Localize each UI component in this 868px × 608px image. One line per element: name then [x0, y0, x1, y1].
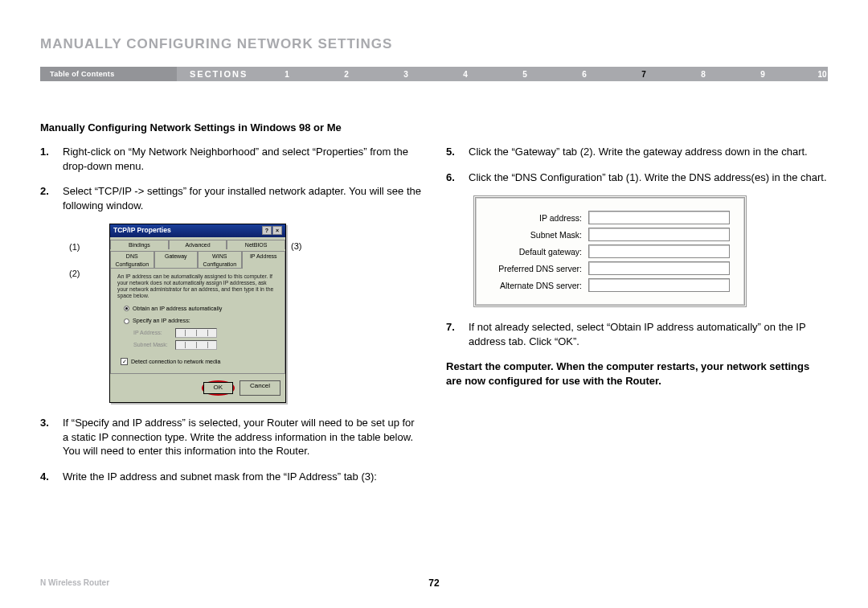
section-link-1[interactable]: 1 — [257, 70, 317, 79]
help-icon[interactable]: ? — [262, 226, 272, 235]
step-num: 2. — [40, 184, 63, 212]
restart-note: Restart the computer. When the computer … — [446, 359, 828, 388]
ip-label: IP Address: — [133, 329, 175, 336]
tcpip-figure: (1) (2) TCP/IP Properties ? × Bindings A… — [69, 224, 422, 403]
table-label: Alternate DNS server: — [490, 280, 588, 291]
section-link-6[interactable]: 6 — [555, 70, 614, 79]
right-column: 5.Click the “Gateway” tab (2). Write the… — [446, 145, 828, 495]
preferred-dns-field[interactable] — [588, 261, 730, 275]
ip-address-field[interactable] — [588, 211, 730, 224]
radio-label: Specify an IP address: — [133, 317, 190, 325]
checkbox-icon: ✓ — [121, 358, 128, 365]
step-2: 2.Select “TCP/IP -> settings” for your i… — [40, 184, 422, 212]
step-5: 5.Click the “Gateway” tab (2). Write the… — [446, 145, 828, 159]
radio-specify[interactable]: Specify an IP address: — [124, 317, 278, 325]
page-number: 72 — [428, 577, 439, 589]
tab-ipaddress[interactable]: IP Address — [242, 251, 286, 269]
callout-2: (2) — [69, 269, 109, 278]
tcpip-description: An IP address can be automatically assig… — [117, 273, 278, 300]
step-num: 1. — [40, 145, 63, 173]
mask-label: Subnet Mask: — [133, 341, 175, 348]
step-num: 6. — [446, 170, 469, 185]
section-link-7[interactable]: 7 — [614, 70, 674, 79]
section-link-4[interactable]: 4 — [436, 70, 495, 79]
left-column: 1.Right-click on “My Network Neighborhoo… — [40, 145, 422, 495]
section-link-2[interactable]: 2 — [317, 70, 376, 79]
table-label: Preferred DNS server: — [490, 263, 588, 274]
section-link-10[interactable]: 10 — [792, 70, 852, 79]
radio-icon — [124, 306, 129, 311]
section-numbers: 1 2 3 4 5 6 7 8 9 10 — [257, 67, 813, 81]
step-text: Right-click on “My Network Neighborhood”… — [63, 145, 422, 173]
step-num: 5. — [446, 145, 469, 159]
callouts-left: (1) (2) — [69, 224, 109, 296]
cancel-button[interactable]: Cancel — [240, 380, 280, 396]
close-icon[interactable]: × — [272, 226, 282, 235]
step-num: 3. — [40, 416, 63, 458]
checkbox-detect[interactable]: ✓Detect connection to network media — [121, 358, 278, 365]
step-text: If “Specify and IP address” is selected,… — [63, 416, 422, 458]
tab-advanced[interactable]: Advanced — [169, 240, 227, 249]
step-text: Write the IP address and subnet mask fro… — [63, 470, 422, 484]
ok-button[interactable]: OK — [203, 382, 234, 394]
step-3: 3.If “Specify and IP address” is selecte… — [40, 416, 422, 458]
subheading: Manually Configuring Network Settings in… — [40, 121, 828, 134]
ip-field[interactable] — [175, 328, 217, 338]
section-navbar: Table of Contents SECTIONS 1 2 3 4 5 6 7… — [40, 67, 828, 81]
step-text: Click the “DNS Configuration” tab (1). W… — [469, 170, 828, 185]
step-7: 7.If not already selected, select “Obtai… — [446, 320, 828, 348]
callouts-right: (3) — [286, 224, 301, 253]
table-label: IP address: — [490, 212, 588, 224]
step-num: 7. — [446, 320, 469, 348]
toc-link[interactable]: Table of Contents — [40, 70, 124, 78]
radio-obtain-auto[interactable]: Obtain an IP address automatically — [124, 305, 278, 313]
table-label: Default gateway: — [490, 246, 588, 257]
tab-wins[interactable]: WINS Configuration — [198, 251, 242, 269]
sections-label: SECTIONS — [182, 69, 262, 79]
radio-icon — [124, 318, 129, 324]
tab-netbios[interactable]: NetBIOS — [227, 240, 285, 249]
tab-dns[interactable]: DNS Configuration — [110, 251, 154, 269]
default-gateway-field[interactable] — [588, 244, 730, 258]
tab-gateway[interactable]: Gateway — [154, 251, 199, 269]
tcpip-window: TCP/IP Properties ? × Bindings Advanced … — [109, 224, 286, 403]
footer-product: N Wireless Router — [40, 578, 109, 587]
tab-bindings[interactable]: Bindings — [110, 240, 169, 249]
callout-3: (3) — [291, 240, 301, 253]
step-4: 4.Write the IP address and subnet mask f… — [40, 470, 422, 484]
callout-1: (1) — [69, 243, 109, 252]
subnet-mask-field[interactable] — [588, 228, 730, 241]
checkbox-label: Detect connection to network media — [131, 358, 220, 365]
section-link-9[interactable]: 9 — [733, 70, 792, 79]
radio-label: Obtain an IP address automatically — [133, 305, 222, 313]
alternate-dns-field[interactable] — [588, 278, 730, 292]
mask-field[interactable] — [175, 340, 217, 350]
step-text: Select “TCP/IP -> settings” for your ins… — [63, 184, 422, 212]
section-link-3[interactable]: 3 — [376, 70, 436, 79]
table-label: Subnet Mask: — [490, 229, 588, 240]
section-link-8[interactable]: 8 — [674, 70, 733, 79]
step-text: Click the “Gateway” tab (2). Write the g… — [469, 145, 828, 159]
ok-highlight: OK — [202, 380, 235, 396]
step-1: 1.Right-click on “My Network Neighborhoo… — [40, 145, 422, 173]
step-num: 4. — [40, 470, 63, 484]
window-title: TCP/IP Properties — [113, 226, 171, 235]
step-6: 6.Click the “DNS Configuration” tab (1).… — [446, 170, 828, 185]
step-text: If not already selected, select “Obtain … — [469, 320, 828, 348]
ip-address-table: IP address: Subnet Mask: Default gateway… — [473, 195, 747, 307]
section-link-5[interactable]: 5 — [495, 70, 555, 79]
page-title: MANUALLY CONFIGURING NETWORK SETTINGS — [40, 36, 828, 52]
